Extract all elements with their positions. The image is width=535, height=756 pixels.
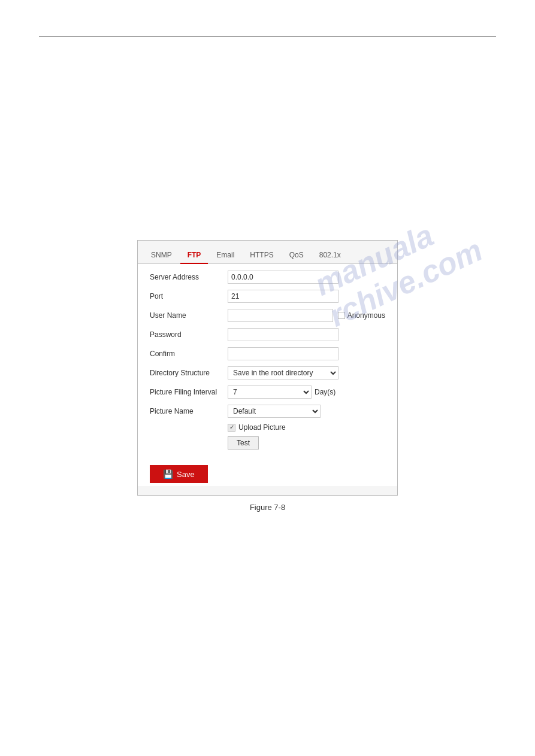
password-label: Password xyxy=(150,330,228,339)
picture-filing-interval-row: Picture Filing Interval 7 Day(s) xyxy=(150,385,385,399)
picture-name-label: Picture Name xyxy=(150,407,228,415)
tabs-bar: SNMP FTP Email HTTPS QoS 802.1x xyxy=(138,247,397,264)
confirm-input[interactable] xyxy=(228,347,338,360)
username-input[interactable] xyxy=(228,309,333,322)
figure-caption: Figure 7-8 xyxy=(250,503,285,512)
figure-container: SNMP FTP Email HTTPS QoS 802.1x Server A… xyxy=(39,240,496,512)
server-address-input[interactable] xyxy=(228,271,338,284)
anonymous-checkbox[interactable] xyxy=(338,312,345,319)
upload-picture-row: ✓ Upload Picture xyxy=(150,423,385,432)
picture-name-select[interactable]: Default Custom xyxy=(228,405,321,418)
port-row: Port xyxy=(150,289,385,303)
picture-name-row: Picture Name Default Custom xyxy=(150,404,385,418)
confirm-row: Confirm xyxy=(150,347,385,361)
anonymous-wrap: Anonymous xyxy=(338,311,385,320)
confirm-label: Confirm xyxy=(150,350,228,358)
form-body: Server Address Port User Name Anonymous xyxy=(138,264,397,460)
test-button[interactable]: Test xyxy=(228,436,259,450)
port-label: Port xyxy=(150,292,228,300)
username-row: User Name Anonymous xyxy=(150,308,385,323)
tab-qos[interactable]: QoS xyxy=(282,247,311,264)
upload-checkbox-tick: ✓ xyxy=(229,424,234,430)
directory-structure-label: Directory Structure xyxy=(150,369,228,377)
tab-8021x[interactable]: 802.1x xyxy=(312,247,348,264)
password-row: Password xyxy=(150,327,385,342)
save-row: 💾 Save xyxy=(138,460,397,486)
password-input[interactable] xyxy=(228,328,338,341)
directory-structure-select[interactable]: Save in the root directory Custom xyxy=(228,366,338,379)
upload-picture-label: Upload Picture xyxy=(238,423,286,432)
test-button-row: Test xyxy=(150,436,385,450)
port-input[interactable] xyxy=(228,290,338,303)
days-label: Day(s) xyxy=(315,388,335,396)
upload-picture-checkbox[interactable]: ✓ xyxy=(228,424,235,432)
top-divider xyxy=(39,36,496,37)
anonymous-label: Anonymous xyxy=(347,311,385,320)
username-label: User Name xyxy=(150,311,228,320)
save-button[interactable]: 💾 Save xyxy=(150,465,208,483)
server-address-label: Server Address xyxy=(150,273,228,281)
save-button-label: Save xyxy=(177,470,195,479)
server-address-row: Server Address xyxy=(150,270,385,284)
tab-snmp[interactable]: SNMP xyxy=(144,247,179,264)
tab-email[interactable]: Email xyxy=(209,247,241,264)
save-icon: 💾 xyxy=(163,469,173,479)
dialog-box: SNMP FTP Email HTTPS QoS 802.1x Server A… xyxy=(137,240,398,496)
page-container: manualarchive.com SNMP FTP Email HTTPS Q… xyxy=(0,0,535,756)
picture-filing-interval-select[interactable]: 7 xyxy=(228,385,312,399)
tab-ftp[interactable]: FTP xyxy=(180,247,208,264)
picture-filing-interval-label: Picture Filing Interval xyxy=(150,388,228,396)
tab-https[interactable]: HTTPS xyxy=(243,247,280,264)
directory-structure-row: Directory Structure Save in the root dir… xyxy=(150,366,385,380)
